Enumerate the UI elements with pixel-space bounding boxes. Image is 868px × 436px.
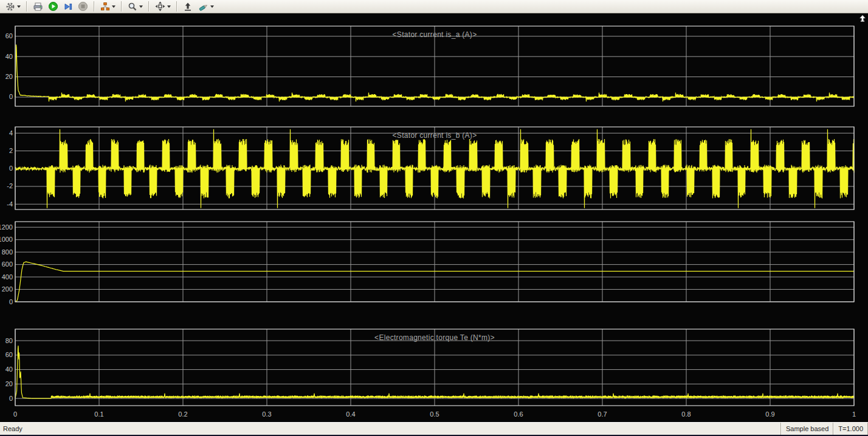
- y-tick-label: 40: [5, 366, 13, 373]
- x-tick-label: 0.1: [94, 410, 103, 418]
- scope-display-area: <Stator current is_a (A)> <Stator curren…: [0, 13, 868, 422]
- x-tick-label: 0.5: [430, 410, 439, 418]
- y-tick-label: 0: [9, 93, 13, 100]
- toolbar-separator: [176, 1, 177, 12]
- autoscale-button[interactable]: [153, 0, 173, 13]
- magnifier-icon: [128, 2, 137, 12]
- y-tick-label: 80: [5, 337, 13, 344]
- y-tick-label: 1200: [0, 223, 13, 231]
- y-tick-label: 400: [2, 273, 13, 281]
- y-tick-label: 0: [9, 395, 13, 402]
- y-tick-label: 1000: [0, 236, 13, 243]
- signal-selector-icon: [100, 2, 110, 12]
- step-forward-icon: [63, 2, 73, 12]
- y-tick-label: 20: [5, 73, 13, 80]
- y-tick-label: 200: [2, 285, 13, 293]
- y-tick-label: 600: [2, 261, 13, 268]
- status-text: Ready: [0, 423, 781, 435]
- printer-icon: [33, 2, 43, 12]
- x-tick-label: 0.9: [765, 410, 774, 418]
- signal-selection-button[interactable]: [98, 0, 117, 13]
- dropdown-caret-icon: [139, 5, 143, 8]
- stop-button[interactable]: [76, 0, 90, 13]
- style-button[interactable]: [196, 0, 216, 13]
- status-bar: Ready Sample based T=1.000: [0, 422, 868, 436]
- y-tick-label: 60: [5, 32, 13, 39]
- y-tick-label: 4: [9, 129, 13, 137]
- toolbar-separator: [121, 1, 122, 12]
- y-tick-label: 60: [5, 351, 13, 358]
- toolbar-separator: [148, 1, 150, 12]
- autoscale-icon: [155, 1, 165, 12]
- print-button[interactable]: [31, 0, 45, 13]
- run-button[interactable]: [46, 0, 60, 13]
- dropdown-caret-icon: [112, 5, 115, 8]
- y-tick-label: 800: [2, 248, 13, 256]
- x-tick-label: 0.4: [346, 410, 355, 418]
- dropdown-caret-icon: [210, 5, 214, 8]
- x-tick-label: 0.8: [681, 410, 691, 418]
- x-tick-label: 1: [852, 410, 856, 418]
- x-tick-label: 0.2: [178, 410, 187, 418]
- parameters-button[interactable]: [4, 0, 22, 13]
- y-tick-label: 40: [5, 53, 13, 60]
- toolbar-separator: [94, 1, 95, 12]
- sim-time-cell: T=1.000: [833, 423, 868, 435]
- sample-mode-cell: Sample based: [781, 423, 833, 435]
- y-tick-label: 0: [9, 165, 13, 172]
- x-tick-label: 0.7: [598, 410, 607, 418]
- up-arrow-icon: [183, 2, 193, 12]
- y-tick-label: -2: [7, 182, 13, 189]
- plot-is_b[interactable]: -4-2024: [7, 127, 854, 209]
- y-tick-label: 0: [9, 298, 13, 305]
- plot-Te[interactable]: 020406080: [5, 329, 854, 406]
- x-tick-label: 0: [13, 410, 17, 418]
- stop-icon: [78, 1, 88, 12]
- step-forward-button[interactable]: [61, 0, 75, 13]
- save-axes-settings-button[interactable]: [181, 0, 195, 13]
- x-tick-label: 0.3: [262, 410, 271, 418]
- dropdown-caret-icon: [167, 5, 171, 8]
- scope-toolbar: [0, 0, 868, 13]
- plot-is_a[interactable]: 0204060: [5, 26, 854, 106]
- zoom-button[interactable]: [126, 0, 145, 13]
- play-icon: [48, 1, 58, 12]
- gear-icon: [5, 2, 15, 12]
- plot-rotor_speed[interactable]: 020040060080010001200: [0, 222, 854, 305]
- dropdown-caret-icon: [17, 5, 21, 8]
- x-tick-label: 0.6: [514, 410, 523, 418]
- y-tick-label: 2: [9, 147, 13, 154]
- toolbar-separator: [26, 1, 27, 12]
- y-tick-label: 20: [5, 380, 13, 387]
- brush-icon: [198, 2, 208, 12]
- y-tick-label: -4: [7, 200, 13, 208]
- cursor-arrow-icon: [859, 15, 866, 26]
- scope-plots-svg[interactable]: 0204060-4-202402004006008001000120002040…: [0, 13, 868, 422]
